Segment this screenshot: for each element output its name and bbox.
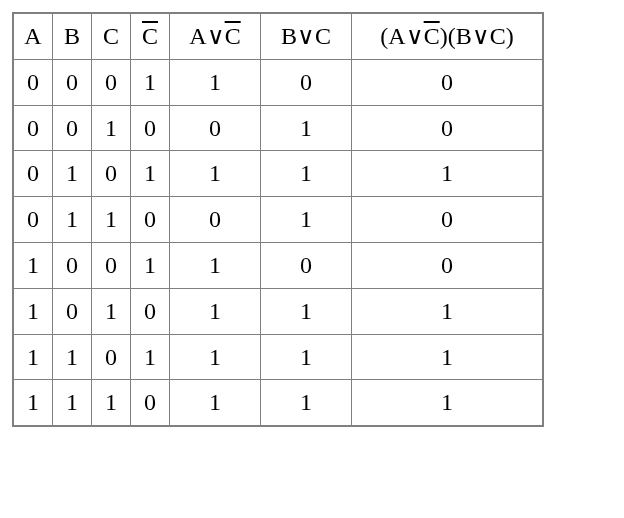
- cell-BorC: 1: [261, 380, 352, 426]
- table-row: 0 0 0 1 1 0 0: [13, 59, 543, 105]
- cell-combined: 1: [352, 380, 544, 426]
- cell-C: 1: [92, 380, 131, 426]
- cell-A: 0: [13, 197, 53, 243]
- table-row: 1 1 0 1 1 1 1: [13, 334, 543, 380]
- cell-combined: 0: [352, 105, 544, 151]
- table-row: 0 1 1 0 0 1 0: [13, 197, 543, 243]
- header-notC: C: [131, 13, 170, 59]
- cell-combined: 1: [352, 334, 544, 380]
- cell-notC: 1: [131, 151, 170, 197]
- cell-C: 1: [92, 105, 131, 151]
- cell-notC: 1: [131, 59, 170, 105]
- cell-B: 1: [53, 334, 92, 380]
- cell-notC: 0: [131, 105, 170, 151]
- cell-BorC: 1: [261, 334, 352, 380]
- table-row: 1 1 1 0 1 1 1: [13, 380, 543, 426]
- cell-BorC: 0: [261, 242, 352, 288]
- cell-C: 0: [92, 59, 131, 105]
- cell-C: 1: [92, 288, 131, 334]
- header-combined-overline: C: [424, 23, 440, 49]
- table-row: 0 0 1 0 0 1 0: [13, 105, 543, 151]
- cell-A: 1: [13, 380, 53, 426]
- truth-table: A B C C A∨C B∨C (A∨C)(B∨C) 0 0 0 1 1 0 0…: [12, 12, 544, 427]
- cell-notC: 1: [131, 242, 170, 288]
- table-body: 0 0 0 1 1 0 0 0 0 1 0 0 1 0 0 1 0 1 1 1 …: [13, 59, 543, 426]
- header-B: B: [53, 13, 92, 59]
- cell-notC: 0: [131, 197, 170, 243]
- cell-notC: 0: [131, 380, 170, 426]
- cell-combined: 0: [352, 197, 544, 243]
- cell-C: 0: [92, 334, 131, 380]
- cell-BorC: 1: [261, 105, 352, 151]
- cell-B: 1: [53, 380, 92, 426]
- cell-B: 0: [53, 59, 92, 105]
- header-B-or-C: B∨C: [261, 13, 352, 59]
- cell-C: 1: [92, 197, 131, 243]
- cell-B: 0: [53, 242, 92, 288]
- cell-A: 1: [13, 288, 53, 334]
- cell-combined: 1: [352, 151, 544, 197]
- cell-AorNotC: 0: [170, 197, 261, 243]
- cell-AorNotC: 1: [170, 59, 261, 105]
- cell-AorNotC: 1: [170, 334, 261, 380]
- table-row: 1 0 0 1 1 0 0: [13, 242, 543, 288]
- cell-BorC: 0: [261, 59, 352, 105]
- cell-BorC: 1: [261, 288, 352, 334]
- cell-combined: 0: [352, 242, 544, 288]
- cell-combined: 0: [352, 59, 544, 105]
- header-combined-right: )(B∨C): [440, 23, 514, 49]
- cell-B: 0: [53, 105, 92, 151]
- cell-AorNotC: 1: [170, 151, 261, 197]
- cell-B: 1: [53, 151, 92, 197]
- cell-BorC: 1: [261, 151, 352, 197]
- cell-A: 0: [13, 59, 53, 105]
- cell-B: 0: [53, 288, 92, 334]
- cell-C: 0: [92, 151, 131, 197]
- cell-AorNotC: 1: [170, 242, 261, 288]
- cell-A: 0: [13, 151, 53, 197]
- table-row: 0 1 0 1 1 1 1: [13, 151, 543, 197]
- header-combined-left: (A∨: [380, 23, 423, 49]
- cell-notC: 1: [131, 334, 170, 380]
- header-combined: (A∨C)(B∨C): [352, 13, 544, 59]
- cell-A: 0: [13, 105, 53, 151]
- overline-C: C: [142, 23, 158, 49]
- header-A: A: [13, 13, 53, 59]
- cell-AorNotC: 1: [170, 380, 261, 426]
- table-row: 1 0 1 0 1 1 1: [13, 288, 543, 334]
- cell-A: 1: [13, 334, 53, 380]
- header-C: C: [92, 13, 131, 59]
- cell-BorC: 1: [261, 197, 352, 243]
- cell-AorNotC: 0: [170, 105, 261, 151]
- cell-combined: 1: [352, 288, 544, 334]
- cell-AorNotC: 1: [170, 288, 261, 334]
- header-A-or-notC-overline: C: [225, 23, 241, 49]
- header-row: A B C C A∨C B∨C (A∨C)(B∨C): [13, 13, 543, 59]
- cell-B: 1: [53, 197, 92, 243]
- cell-C: 0: [92, 242, 131, 288]
- cell-A: 1: [13, 242, 53, 288]
- cell-notC: 0: [131, 288, 170, 334]
- header-A-or-notC: A∨C: [170, 13, 261, 59]
- header-A-or-notC-left: A∨: [189, 23, 224, 49]
